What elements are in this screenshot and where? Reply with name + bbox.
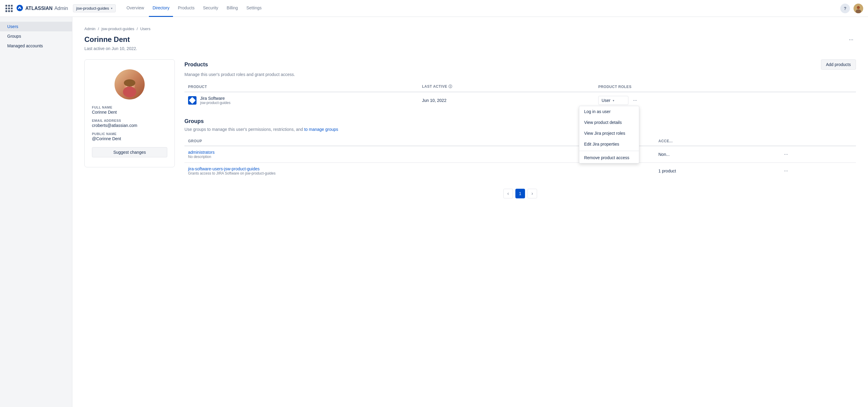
- products-section-desc: Manage this user's product roles and gra…: [184, 72, 856, 77]
- group-more-cell: ···: [778, 146, 856, 163]
- email-field: Email address croberts@atlassian.com: [92, 119, 167, 128]
- pagination-next-button[interactable]: ›: [527, 189, 537, 198]
- nav-overview[interactable]: Overview: [123, 0, 148, 17]
- groups-section-title: Groups: [184, 118, 204, 125]
- nav-settings[interactable]: Settings: [243, 0, 265, 17]
- group-name-administrators[interactable]: administrators: [188, 150, 215, 155]
- content-grid: Full name Corinne Dent Email address cro…: [84, 59, 856, 198]
- profile-card: Full name Corinne Dent Email address cro…: [84, 59, 175, 167]
- top-navigation: ATLASSIAN Admin jsw-product-guides ▾ Ove…: [0, 0, 868, 17]
- apps-grid-icon[interactable]: [5, 4, 13, 13]
- groups-desc-text: Use groups to manage this user's permiss…: [184, 127, 303, 132]
- email-value: croberts@atlassian.com: [92, 123, 167, 128]
- nav-directory[interactable]: Directory: [149, 0, 173, 17]
- products-section: Products Add products Manage this user's…: [184, 59, 856, 108]
- profile-fields: Full name Corinne Dent Email address cro…: [92, 105, 167, 141]
- role-value: User: [601, 98, 611, 103]
- logo-brand: ATLASSIAN: [25, 6, 53, 11]
- pagination-prev-button[interactable]: ‹: [503, 189, 513, 198]
- product-col-header: Product: [184, 82, 418, 92]
- sidebar-item-users[interactable]: Users: [0, 22, 72, 31]
- group-access-administrators: Non...: [655, 146, 778, 163]
- help-button[interactable]: ?: [840, 4, 850, 13]
- dropdown-divider: [579, 151, 639, 151]
- products-table: Product Last active ⓘ Product roles: [184, 82, 856, 108]
- last-active-col-header: Last active ⓘ: [418, 82, 595, 92]
- product-name: Jira Software: [200, 96, 230, 101]
- group-more-cell-2: ···: [778, 163, 856, 179]
- role-dropdown[interactable]: User ▾: [598, 96, 628, 105]
- breadcrumb-sep-2: /: [137, 27, 138, 31]
- actions-col-header: [822, 82, 856, 92]
- groups-section-desc: Use groups to manage this user's permiss…: [184, 127, 856, 132]
- public-name-field: Public name @Corinne Dent: [92, 132, 167, 141]
- dropdown-view-product-details[interactable]: View product details: [579, 117, 639, 128]
- full-name-field: Full name Corinne Dent: [92, 105, 167, 115]
- dropdown-remove-product-access[interactable]: Remove product access: [579, 152, 639, 163]
- main-layout: Users Groups Managed accounts Admin / js…: [0, 17, 868, 407]
- jira-diamond: [189, 97, 196, 104]
- sidebar-item-groups[interactable]: Groups: [0, 31, 72, 41]
- product-cell: Jira Software jsw-product-guides: [184, 92, 418, 108]
- manage-groups-link[interactable]: to manage groups: [304, 127, 338, 132]
- products-section-header: Products Add products: [184, 59, 856, 70]
- nav-security[interactable]: Security: [199, 0, 222, 17]
- page-more-button[interactable]: ···: [846, 35, 856, 44]
- jira-software-icon: [188, 96, 196, 105]
- logo-admin: Admin: [54, 6, 68, 11]
- sidebar-item-managed-accounts[interactable]: Managed accounts: [0, 41, 72, 51]
- svg-point-7: [123, 87, 136, 97]
- org-name: jsw-product-guides: [76, 6, 109, 10]
- breadcrumb-users[interactable]: Users: [140, 27, 150, 31]
- nav-products[interactable]: Products: [174, 0, 198, 17]
- group-desc-jira-software-users: Grants access to JIRA Software on jsw-pr…: [188, 171, 651, 176]
- breadcrumb-sep-1: /: [98, 27, 99, 31]
- add-products-button[interactable]: Add products: [821, 59, 856, 70]
- dropdown-edit-jira-properties[interactable]: Edit Jira properties: [579, 139, 639, 150]
- group-actions-header: [778, 136, 856, 146]
- groups-section-header: Groups: [184, 118, 856, 125]
- group-access-jira-software-users: 1 product: [655, 163, 778, 179]
- public-name-value: @Corinne Dent: [92, 136, 167, 141]
- nav-links: Overview Directory Products Security Bil…: [123, 0, 838, 17]
- user-avatar[interactable]: [854, 4, 863, 13]
- product-last-active: Jun 10, 2022: [418, 92, 595, 108]
- group-name-jira-software-users[interactable]: jira-software-users-jsw-product-guides: [188, 166, 259, 171]
- public-name-label: Public name: [92, 132, 167, 136]
- right-panel: Products Add products Manage this user's…: [184, 59, 856, 198]
- breadcrumb-admin[interactable]: Admin: [84, 27, 96, 31]
- product-instance: jsw-product-guides: [200, 101, 230, 105]
- group-name-cell-2: jira-software-users-jsw-product-guides G…: [184, 163, 655, 179]
- breadcrumb-org[interactable]: jsw-product-guides: [101, 27, 134, 31]
- groups-table: Group Acce... administrators No descript…: [184, 136, 856, 179]
- groups-section: Groups Use groups to manage this user's …: [184, 118, 856, 179]
- email-label: Email address: [92, 119, 167, 122]
- main-content: Admin / jsw-product-guides / Users Corin…: [72, 17, 868, 407]
- pagination-page-1-button[interactable]: 1: [516, 189, 525, 198]
- group-row-administrators: administrators No description Non... ···: [184, 146, 856, 163]
- dropdown-login-as-user[interactable]: Log in as user: [579, 106, 639, 117]
- last-active-text: Last active on Jun 10, 2022.: [84, 46, 856, 51]
- suggest-changes-button[interactable]: Suggest changes: [92, 147, 167, 157]
- page-title: Corinne Dent: [84, 35, 130, 44]
- group-row-more-button-administrators[interactable]: ···: [782, 150, 790, 159]
- svg-point-1: [857, 6, 860, 9]
- group-row-more-button-jira-software-users[interactable]: ···: [782, 167, 790, 175]
- svg-point-8: [124, 79, 135, 87]
- chevron-down-icon: ▾: [613, 99, 614, 102]
- nav-billing[interactable]: Billing: [223, 0, 241, 17]
- profile-avatar: [115, 69, 145, 99]
- chevron-down-icon: ▾: [111, 7, 113, 10]
- pagination: ‹ 1 ›: [184, 189, 856, 198]
- atlassian-logo: ATLASSIAN Admin: [16, 4, 68, 13]
- access-col-header: Acce...: [655, 136, 778, 146]
- product-row-more-button[interactable]: ···: [631, 96, 639, 105]
- page-title-row: Corinne Dent ···: [84, 35, 856, 44]
- topnav-right: ?: [840, 4, 863, 13]
- dropdown-view-jira-project-roles[interactable]: View Jira project roles: [579, 128, 639, 139]
- products-section-title: Products: [184, 62, 208, 68]
- full-name-value: Corinne Dent: [92, 110, 167, 115]
- breadcrumb: Admin / jsw-product-guides / Users: [84, 27, 856, 31]
- org-selector[interactable]: jsw-product-guides ▾: [73, 4, 116, 12]
- product-role-cell: User ▾ ··· Log in as user: [595, 92, 822, 108]
